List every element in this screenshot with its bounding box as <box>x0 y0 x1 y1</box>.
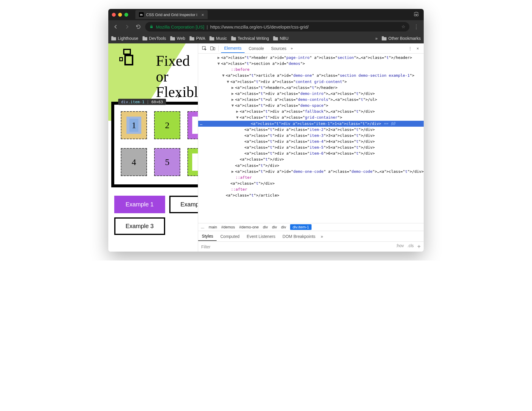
device-icon[interactable] <box>209 45 216 52</box>
tab-sources[interactable]: Sources <box>268 44 289 53</box>
inspect-icon[interactable] <box>201 45 208 52</box>
dom-node[interactable]: ▶<a">class="t">div a">id="demo-one-code"… <box>198 169 424 175</box>
example-3-button[interactable]: Example 3 <box>114 217 165 235</box>
folder-icon <box>273 36 278 40</box>
dom-tree[interactable]: ▶<a">class="t">header a">id="page-intro"… <box>198 54 424 223</box>
url-text: https://www.mozilla.org/en-US/developer/… <box>210 24 309 29</box>
dom-node[interactable]: <a">class="t">div a">class="item-6">6<a"… <box>198 150 424 156</box>
breadcrumb-bar[interactable]: …main#demos#demo-onedivdivdivdiv.item-1 <box>198 223 424 231</box>
example-1-button[interactable]: Example 1 <box>114 196 165 213</box>
reload-button[interactable] <box>134 22 143 31</box>
bookmark-folder[interactable]: Music <box>209 36 227 41</box>
bookmarks-overflow-icon[interactable]: » <box>375 36 378 41</box>
dom-node[interactable]: <a">class="t">/div> <box>198 163 424 169</box>
dom-node[interactable]: <a">class="t">/article> <box>198 192 424 198</box>
dom-pseudo[interactable]: ::after <box>198 175 424 181</box>
dom-node[interactable]: <a">class="t">div a">class="item-2">2<a"… <box>198 127 424 133</box>
dom-node[interactable]: ▶<a">class="t">div a">class="fallback">…… <box>198 109 424 114</box>
cls-toggle[interactable]: .cls <box>407 243 414 250</box>
bookmark-label: NBU <box>280 36 289 41</box>
close-window-button[interactable] <box>112 13 116 17</box>
example-2-button[interactable]: Example 2 <box>169 196 198 213</box>
menu-button[interactable]: ⋮ <box>412 22 421 31</box>
browser-tab[interactable]: m CSS Grid and Grid Inspector i × <box>135 10 208 19</box>
hover-toggle[interactable]: :hov <box>396 243 404 250</box>
demo-grid-container: 1 2 3 4 5 6 <box>111 102 198 187</box>
grid-item-2[interactable]: 2 <box>154 111 180 139</box>
bookmark-folder[interactable]: DevTools <box>143 36 166 41</box>
fullscreen-window-button[interactable] <box>124 13 128 17</box>
breadcrumb-item[interactable]: … <box>201 225 204 229</box>
bookmark-folder[interactable]: Lighthouse <box>111 36 138 41</box>
folder-icon <box>190 36 194 40</box>
grid-item-5[interactable]: 5 <box>154 148 180 176</box>
forward-button[interactable] <box>123 22 132 31</box>
dom-node[interactable]: ▶<a">class="t">ul a">class="demo-control… <box>198 97 424 103</box>
new-style-button[interactable]: + <box>417 243 421 250</box>
dom-pseudo[interactable]: ::before <box>198 67 424 73</box>
svg-rect-2 <box>150 26 153 28</box>
tab-event-listeners[interactable]: Event Listeners <box>243 232 279 241</box>
dom-node[interactable]: ▼<a">class="t">article a">id="demo-one" … <box>198 73 424 79</box>
devtools-menu-icon[interactable]: ⋮ <box>406 45 414 52</box>
back-button[interactable] <box>111 22 120 31</box>
breadcrumb-item[interactable]: #demos <box>221 225 235 229</box>
dom-node-selected[interactable]: … <a">class="t">div a">class="item-1">1<… <box>198 121 424 127</box>
breadcrumb-item[interactable]: div <box>263 225 268 229</box>
svg-rect-4 <box>210 47 213 50</box>
minimize-window-button[interactable] <box>118 13 122 17</box>
breadcrumb-item[interactable]: div.item-1 <box>290 224 311 230</box>
dom-node[interactable]: ▼<a">class="t">div a">class="grid-contai… <box>198 114 424 120</box>
browser-window: m CSS Grid and Grid Inspector i × Mozill… <box>108 9 424 252</box>
nav-toolbar: Mozilla Corporation [US] | https://www.m… <box>108 20 424 33</box>
tab-computed[interactable]: Computed <box>217 232 243 241</box>
tab-console[interactable]: Console <box>246 44 267 53</box>
devtools-close-icon[interactable]: ✕ <box>414 45 421 52</box>
tab-elements[interactable]: Elements <box>221 44 244 53</box>
dom-node[interactable]: <a">class="t">div a">class="item-4">4<a"… <box>198 139 424 145</box>
bookmark-folder[interactable]: Web <box>170 36 185 41</box>
dom-node[interactable]: <a">class="t">div a">class="item-3">3<a"… <box>198 133 424 139</box>
breadcrumb-item[interactable]: div <box>281 225 286 229</box>
dom-pseudo[interactable]: ::after <box>198 186 424 192</box>
bookmark-label: Other Bookmarks <box>388 36 421 41</box>
grid-logo <box>118 49 136 66</box>
tab-dom-breakpoints[interactable]: DOM Breakpoints <box>279 232 319 241</box>
tabs-overflow-icon[interactable]: » <box>290 46 293 51</box>
bookmark-folder[interactable]: NBU <box>273 36 289 41</box>
dom-node[interactable]: <a">class="t">/div> <box>198 181 424 186</box>
bookmark-folder[interactable]: Technical Writing <box>231 36 269 41</box>
breadcrumb-item[interactable]: main <box>209 225 217 229</box>
folder-icon <box>382 36 387 40</box>
breadcrumb-item[interactable]: #demo-one <box>239 225 259 229</box>
example-buttons: Example 1 Example 2 Example 3 <box>114 196 198 235</box>
bookmark-star-icon[interactable]: ☆ <box>401 24 405 29</box>
dom-node[interactable]: ▼<a">class="t">div a">class="demo-space"… <box>198 103 424 109</box>
bookmark-label: Music <box>216 36 227 41</box>
breadcrumb-item[interactable]: div <box>272 225 277 229</box>
incognito-icon <box>413 11 420 18</box>
dom-node[interactable]: <a">class="t">/div> <box>198 156 424 162</box>
tab-styles[interactable]: Styles <box>198 232 217 241</box>
dom-node[interactable]: ▶<a">class="t">header a">id="page-intro"… <box>198 55 424 61</box>
grid-item-1[interactable]: 1 <box>121 111 147 139</box>
grid-item-3[interactable]: 3 <box>187 111 198 139</box>
grid-item-4[interactable]: 4 <box>121 148 147 176</box>
close-tab-icon[interactable]: × <box>201 12 204 17</box>
dom-node[interactable]: ▶<a">class="t">div a">class="demo-intro"… <box>198 91 424 97</box>
bookmarks-bar: LighthouseDevToolsWebPWAMusicTechnical W… <box>108 33 424 43</box>
dom-node[interactable]: ▼<a">class="t">section a">id="demos"> <box>198 61 424 67</box>
styles-overflow-icon[interactable]: » <box>321 234 323 239</box>
tooltip-dimensions: 60×63 <box>151 100 163 104</box>
bookmark-label: Web <box>177 36 185 41</box>
bookmark-folder[interactable]: PWA <box>190 36 205 41</box>
bookmark-folder-other[interactable]: Other Bookmarks <box>382 36 421 41</box>
dom-node[interactable]: ▶<a">class="t">header>…<a">class="t">/he… <box>198 85 424 91</box>
content-area: Fixed or Flexible div.item-1 | 60×63 1 2… <box>108 43 424 252</box>
address-bar[interactable]: Mozilla Corporation [US] | https://www.m… <box>145 22 409 32</box>
filter-input[interactable]: Filter <box>201 244 210 249</box>
inspect-tooltip: div.item-1 | 60×63 <box>118 99 166 105</box>
dom-node[interactable]: <a">class="t">div a">class="item-5">5<a"… <box>198 145 424 150</box>
dom-node[interactable]: ▼<a">class="t">div a">class="content gri… <box>198 79 424 85</box>
grid-item-6[interactable]: 6 <box>187 148 198 176</box>
